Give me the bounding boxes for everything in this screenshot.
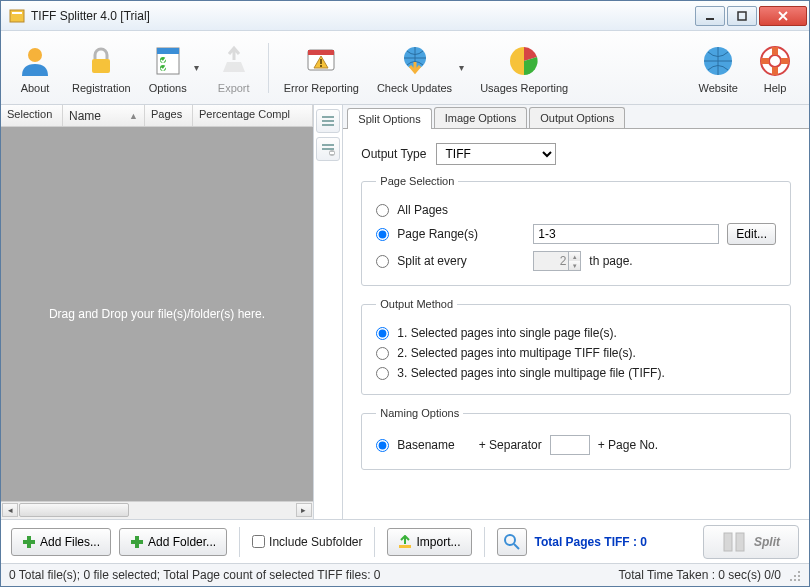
svg-rect-24 — [330, 152, 334, 154]
svg-rect-29 — [736, 533, 744, 551]
horizontal-scrollbar[interactable]: ◂ ▸ — [1, 501, 313, 519]
svg-point-32 — [798, 575, 800, 577]
globe-download-icon — [396, 42, 434, 80]
remove-item-button[interactable] — [316, 137, 340, 161]
separator — [239, 527, 240, 557]
sort-indicator-icon: ▲ — [129, 111, 138, 121]
check-updates-button[interactable]: Check Updates — [370, 39, 459, 97]
drop-area[interactable]: Drag and Drop your file(s)/folder(s) her… — [1, 127, 313, 501]
split-button[interactable]: Split — [703, 525, 799, 559]
options-pane: Split Options Image Options Output Optio… — [343, 105, 809, 519]
svg-rect-25 — [399, 545, 411, 548]
plus-icon — [22, 535, 36, 549]
app-icon — [9, 8, 25, 24]
bottom-toolbar: Add Files... Add Folder... Include Subfo… — [1, 520, 809, 564]
svg-rect-18 — [322, 116, 334, 118]
radio-method-3[interactable] — [376, 367, 389, 380]
tab-split-options[interactable]: Split Options — [347, 108, 431, 129]
output-type-label: Output Type — [361, 147, 426, 161]
radio-method-1[interactable] — [376, 327, 389, 340]
separator — [484, 527, 485, 557]
resize-grip-icon[interactable] — [787, 568, 801, 582]
spin-up[interactable]: ▲ — [568, 252, 580, 261]
svg-rect-19 — [322, 120, 334, 122]
drop-hint: Drag and Drop your file(s)/folder(s) her… — [49, 307, 265, 321]
separator-input[interactable] — [550, 435, 590, 455]
help-button[interactable]: Help — [749, 39, 801, 97]
svg-point-31 — [794, 575, 796, 577]
list-view-button[interactable] — [316, 109, 340, 133]
col-percentage[interactable]: Percentage Compl — [193, 105, 313, 126]
edit-ranges-button[interactable]: Edit... — [727, 223, 776, 245]
options-button[interactable]: Options — [142, 39, 194, 97]
radio-all-pages[interactable] — [376, 204, 389, 217]
import-icon — [398, 535, 412, 549]
page-selection-legend: Page Selection — [376, 175, 458, 187]
window-title: TIFF Splitter 4.0 [Trial] — [31, 9, 695, 23]
svg-rect-5 — [92, 59, 110, 73]
separator — [374, 527, 375, 557]
col-name[interactable]: Name▲ — [63, 105, 145, 126]
radio-method-2[interactable] — [376, 347, 389, 360]
include-subfolder-checkbox[interactable] — [252, 535, 265, 548]
svg-point-26 — [505, 535, 515, 545]
globe-icon — [699, 42, 737, 80]
usages-reporting-button[interactable]: Usages Reporting — [473, 39, 575, 97]
preview-button[interactable] — [497, 528, 527, 556]
svg-point-34 — [794, 579, 796, 581]
split-icon — [722, 530, 746, 554]
updates-dropdown[interactable]: ▾ — [459, 62, 469, 73]
output-type-select[interactable]: TIFF — [436, 143, 556, 165]
svg-rect-13 — [320, 65, 322, 67]
radio-page-ranges[interactable] — [376, 228, 389, 241]
add-files-button[interactable]: Add Files... — [11, 528, 111, 556]
radio-split-every[interactable] — [376, 255, 389, 268]
svg-rect-28 — [724, 533, 732, 551]
col-selection[interactable]: Selection — [1, 105, 63, 126]
th-page-label: th page. — [589, 254, 632, 268]
side-tool-strip — [314, 105, 343, 519]
pie-chart-icon — [505, 42, 543, 80]
website-button[interactable]: Website — [691, 39, 745, 97]
tab-image-options[interactable]: Image Options — [434, 107, 528, 128]
split-every-spinner[interactable]: 2▲▼ — [533, 251, 581, 271]
total-pages-label: Total Pages TIFF : 0 — [535, 535, 647, 549]
spin-down[interactable]: ▼ — [568, 261, 580, 270]
radio-basename[interactable] — [376, 439, 389, 452]
user-icon — [16, 42, 54, 80]
svg-point-17 — [769, 55, 781, 67]
scroll-right-button[interactable]: ▸ — [296, 503, 312, 517]
output-method-group: Output Method 1. Selected pages into sin… — [361, 298, 791, 395]
maximize-button[interactable] — [727, 6, 757, 26]
minimize-button[interactable] — [695, 6, 725, 26]
svg-point-4 — [28, 48, 42, 62]
lock-icon — [82, 42, 120, 80]
magnifier-icon — [504, 534, 520, 550]
plus-icon — [130, 535, 144, 549]
error-reporting-button[interactable]: Error Reporting — [277, 39, 366, 97]
status-right: Total Time Taken : 0 sec(s) 0/0 — [618, 568, 781, 582]
page-range-input[interactable] — [533, 224, 719, 244]
options-dropdown[interactable]: ▾ — [194, 62, 204, 73]
basename-label: Basename — [397, 438, 454, 452]
svg-rect-11 — [308, 50, 334, 55]
scroll-left-button[interactable]: ◂ — [2, 503, 18, 517]
scroll-thumb[interactable] — [19, 503, 129, 517]
tab-output-options[interactable]: Output Options — [529, 107, 625, 128]
all-pages-label: All Pages — [397, 203, 448, 217]
svg-rect-7 — [157, 48, 179, 54]
add-folder-button[interactable]: Add Folder... — [119, 528, 227, 556]
svg-rect-2 — [706, 18, 714, 20]
naming-options-group: Naming Options Basename + Separator + Pa… — [361, 407, 791, 470]
about-button[interactable]: About — [9, 39, 61, 97]
close-button[interactable] — [759, 6, 807, 26]
svg-point-30 — [798, 571, 800, 573]
col-pages[interactable]: Pages — [145, 105, 193, 126]
svg-rect-21 — [322, 144, 334, 146]
import-button[interactable]: Import... — [387, 528, 471, 556]
svg-rect-3 — [738, 12, 746, 20]
warning-icon — [302, 42, 340, 80]
svg-rect-12 — [320, 59, 322, 64]
registration-button[interactable]: Registration — [65, 39, 138, 97]
svg-rect-0 — [10, 10, 24, 22]
